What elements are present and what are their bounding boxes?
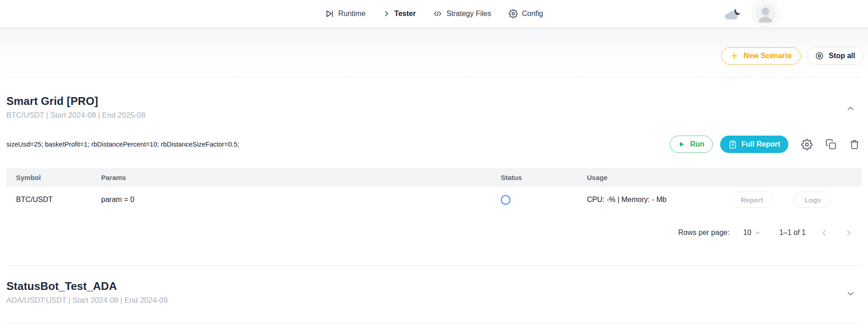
column-header-params: Params — [101, 174, 501, 181]
nav-item-runtime[interactable]: Runtime — [325, 9, 366, 18]
previous-page-button[interactable] — [819, 227, 830, 239]
cloud-moon-icon[interactable] — [722, 6, 742, 22]
plus-icon — [730, 52, 738, 60]
scenario-card-statusbot: StatusBot_Test_ADA ADA/USDT:USDT | Start… — [0, 266, 868, 305]
new-scenario-label: New Scenario — [743, 52, 792, 60]
trash-icon — [849, 139, 860, 150]
avatar[interactable] — [754, 2, 777, 26]
pagination: Rows per page: 10 1–1 of 1 — [0, 224, 868, 241]
chevron-up-icon — [846, 104, 855, 113]
nav-item-label: Runtime — [338, 10, 366, 18]
new-scenario-button[interactable]: New Scenario — [721, 47, 801, 65]
chevron-right-icon — [845, 229, 852, 237]
nav-item-config[interactable]: Config — [509, 9, 543, 18]
scenario-params: sizeUsd=25; basketProfit=1; rbDistancePe… — [6, 141, 239, 148]
chevron-down-icon — [846, 289, 855, 298]
settings-button[interactable] — [801, 139, 813, 150]
chevron-left-icon — [820, 229, 828, 237]
scenario-card-smart-grid: Smart Grid [PRO] BTC/USDT | Start 2024-0… — [0, 77, 868, 241]
copy-icon — [825, 139, 836, 150]
nav-item-label: Tester — [394, 10, 416, 18]
params-row: sizeUsd=25; basketProfit=1; rbDistancePe… — [0, 136, 868, 153]
table-row: BTC/USDT param = 0 CPU: -% | Memory: - M… — [6, 187, 862, 213]
full-report-button[interactable]: Full Report — [720, 136, 788, 153]
status-ring-icon — [501, 195, 510, 205]
stop-all-icon — [815, 51, 824, 60]
section-divider — [6, 323, 862, 323]
collapse-button[interactable] — [843, 101, 858, 116]
delete-button[interactable] — [849, 139, 860, 150]
run-button[interactable]: Run — [670, 136, 712, 153]
row-usage: CPU: -% | Memory: - Mb — [587, 196, 730, 204]
run-label: Run — [690, 140, 704, 148]
scenario-toolbar: New Scenario Stop all — [0, 27, 868, 77]
rows-per-page-label: Rows per page: — [678, 229, 729, 237]
column-header-symbol: Symbol — [6, 174, 101, 181]
stop-all-label: Stop all — [829, 52, 855, 60]
chevron-right-icon — [383, 10, 390, 17]
row-params: param = 0 — [101, 196, 501, 204]
row-symbol: BTC/USDT — [6, 196, 101, 204]
code-icon — [433, 9, 442, 18]
row-status — [501, 195, 587, 205]
full-report-label: Full Report — [742, 140, 780, 148]
expand-button[interactable] — [843, 286, 858, 301]
scenario-controls: Run Full Report — [670, 136, 860, 153]
scenario-title: StatusBot_Test_ADA — [6, 280, 868, 293]
chevron-down-icon — [754, 229, 761, 236]
gear-icon — [509, 9, 518, 18]
scenario-subtitle: BTC/USDT | Start 2024-08 | End 2025-08 — [6, 111, 868, 120]
column-header-usage: Usage — [587, 174, 730, 181]
next-page-button[interactable] — [843, 227, 854, 239]
duplicate-button[interactable] — [825, 139, 836, 150]
header-right — [722, 0, 777, 27]
nav-item-tester[interactable]: Tester — [383, 10, 416, 18]
nav-item-label: Strategy Files — [446, 10, 491, 18]
nav-item-strategy-files[interactable]: Strategy Files — [433, 9, 491, 18]
row-actions: Report Logs — [730, 191, 862, 208]
column-header-status: Status — [501, 174, 587, 181]
nav-item-label: Config — [522, 10, 543, 18]
runtime-icon — [325, 9, 334, 18]
clipboard-icon — [728, 140, 737, 149]
scenario-subtitle: ADA/USDT:USDT | Start 2024-08 | End 2024… — [6, 296, 868, 305]
logs-button[interactable]: Logs — [794, 191, 831, 208]
scenario-title: Smart Grid [PRO] — [6, 95, 868, 108]
top-header: Runtime Tester Strategy Files Config — [0, 0, 868, 27]
report-button[interactable]: Report — [730, 191, 773, 208]
main-nav: Runtime Tester Strategy Files Config — [325, 9, 543, 18]
page-range-label: 1–1 of 1 — [779, 229, 806, 237]
rows-per-page-select[interactable]: 10 — [743, 229, 761, 237]
stop-all-button[interactable]: Stop all — [807, 47, 863, 65]
rows-per-page-value: 10 — [743, 229, 751, 237]
play-icon — [678, 141, 685, 148]
table-header-row: Symbol Params Status Usage — [6, 168, 862, 187]
scenario-table: Symbol Params Status Usage BTC/USDT para… — [6, 168, 862, 213]
gear-icon — [801, 139, 813, 150]
